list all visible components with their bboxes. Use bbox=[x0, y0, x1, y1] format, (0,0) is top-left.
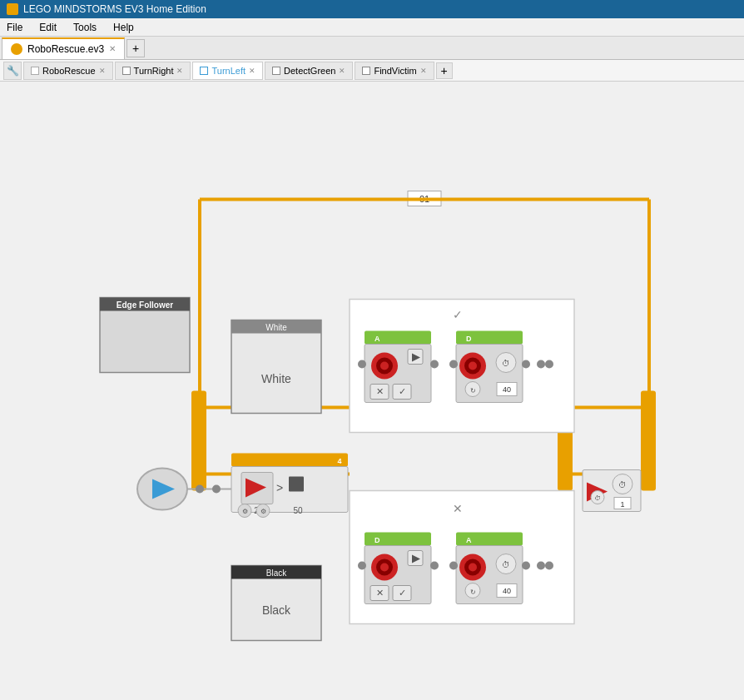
svg-rect-10 bbox=[641, 391, 656, 491]
svg-text:1: 1 bbox=[620, 500, 624, 509]
sub-tab-icon-4 bbox=[362, 67, 370, 75]
black-label: Black bbox=[266, 568, 287, 578]
svg-text:A: A bbox=[374, 335, 380, 343]
svg-text:50: 50 bbox=[293, 506, 303, 515]
svg-text:✓: ✓ bbox=[399, 386, 406, 396]
svg-point-58 bbox=[430, 562, 439, 570]
svg-point-43 bbox=[537, 360, 545, 369]
canvas-area[interactable]: 01 ✓ ✕ bbox=[0, 82, 744, 700]
svg-text:⏱: ⏱ bbox=[594, 494, 601, 502]
sub-tab-close-3[interactable]: ✕ bbox=[339, 67, 345, 75]
svg-point-36 bbox=[469, 362, 477, 370]
svg-text:⚙: ⚙ bbox=[242, 508, 248, 515]
new-file-tab-button[interactable]: + bbox=[126, 39, 145, 57]
menu-bar: File Edit Tools Help bbox=[0, 18, 744, 37]
svg-text:✓: ✓ bbox=[399, 588, 406, 598]
svg-rect-81 bbox=[289, 477, 304, 492]
svg-point-92 bbox=[212, 485, 221, 494]
program-canvas: 01 ✓ ✕ bbox=[0, 82, 744, 700]
file-tab-label: RoboRescue.ev3 bbox=[27, 43, 104, 55]
sub-tab-icon-0 bbox=[31, 67, 39, 75]
svg-point-72 bbox=[522, 562, 530, 570]
sub-tab-bar: 🔧 RoboRescue ✕ TurnRight ✕ TurnLeft ✕ De… bbox=[0, 60, 744, 82]
svg-point-52 bbox=[380, 563, 389, 572]
file-tab-bar: RoboRescue.ev3 ✕ + bbox=[0, 37, 744, 60]
svg-point-74 bbox=[545, 562, 553, 570]
sub-tab-icon-2 bbox=[200, 67, 208, 75]
add-sub-tab-button[interactable]: + bbox=[436, 62, 453, 79]
svg-text:✕: ✕ bbox=[376, 386, 384, 396]
sub-tab-detectgreen[interactable]: DetectGreen ✕ bbox=[265, 62, 353, 80]
svg-text:D: D bbox=[374, 536, 380, 544]
svg-point-44 bbox=[545, 360, 553, 369]
svg-text:40: 40 bbox=[503, 587, 511, 595]
svg-text:↻: ↻ bbox=[470, 588, 476, 596]
edge-follower-label: Edge Follower bbox=[117, 300, 173, 310]
sub-tab-roborescue[interactable]: RoboRescue ✕ bbox=[23, 62, 113, 80]
sub-tab-close-0[interactable]: ✕ bbox=[99, 67, 106, 75]
tools-icon-button[interactable]: 🔧 bbox=[3, 62, 22, 80]
title-text: LEGO MINDSTORMS EV3 Home Edition bbox=[23, 3, 206, 15]
svg-point-57 bbox=[358, 562, 366, 570]
svg-text:✕: ✕ bbox=[453, 502, 463, 515]
file-tab-close[interactable]: ✕ bbox=[109, 44, 116, 53]
svg-point-91 bbox=[196, 485, 204, 494]
white-label: White bbox=[265, 323, 287, 332]
black-value: Black bbox=[262, 603, 291, 617]
sub-tab-label-0: RoboRescue bbox=[42, 66, 96, 76]
sub-tab-close-2[interactable]: ✕ bbox=[249, 67, 255, 75]
svg-point-66 bbox=[469, 563, 477, 572]
title-bar: LEGO MINDSTORMS EV3 Home Edition bbox=[0, 0, 744, 18]
sub-tab-label-2: TurnLeft bbox=[211, 66, 246, 76]
svg-text:⏱: ⏱ bbox=[502, 560, 510, 569]
app-container: LEGO MINDSTORMS EV3 Home Edition File Ed… bbox=[0, 0, 744, 700]
svg-text:⚙: ⚙ bbox=[260, 508, 266, 515]
menu-tools[interactable]: Tools bbox=[70, 20, 100, 35]
svg-point-42 bbox=[522, 360, 530, 369]
sub-tab-label-4: FindVictim bbox=[374, 66, 416, 76]
sub-tab-label-1: TurnRight bbox=[134, 66, 174, 76]
sub-tab-turnleft[interactable]: TurnLeft ✕ bbox=[192, 62, 263, 80]
svg-text:D: D bbox=[466, 335, 472, 343]
sub-tab-close-1[interactable]: ✕ bbox=[176, 67, 183, 75]
svg-rect-75 bbox=[231, 454, 348, 467]
sub-tab-findvictim[interactable]: FindVictim ✕ bbox=[355, 62, 434, 80]
svg-text:✓: ✓ bbox=[453, 308, 463, 321]
svg-text:✕: ✕ bbox=[376, 588, 384, 598]
app-icon bbox=[7, 3, 18, 15]
sub-tab-label-3: DetectGreen bbox=[284, 66, 335, 76]
svg-point-28 bbox=[430, 360, 439, 369]
menu-help[interactable]: Help bbox=[110, 20, 137, 35]
file-tab-roborescue[interactable]: RoboRescue.ev3 ✕ bbox=[2, 37, 125, 59]
svg-point-27 bbox=[358, 360, 366, 369]
menu-edit[interactable]: Edit bbox=[36, 20, 60, 35]
svg-rect-103 bbox=[231, 320, 321, 414]
svg-text:↻: ↻ bbox=[470, 387, 476, 395]
sub-tab-close-4[interactable]: ✕ bbox=[420, 67, 427, 75]
tab-ev3-icon bbox=[11, 43, 22, 55]
sub-tab-turnright[interactable]: TurnRight ✕ bbox=[115, 62, 191, 80]
sub-tab-icon-3 bbox=[272, 67, 280, 75]
svg-point-71 bbox=[449, 562, 458, 570]
svg-text:4: 4 bbox=[337, 457, 341, 465]
white-value: White bbox=[261, 372, 291, 385]
svg-point-22 bbox=[380, 362, 389, 370]
svg-text:40: 40 bbox=[503, 385, 511, 394]
svg-point-41 bbox=[449, 360, 458, 369]
svg-text:⏱: ⏱ bbox=[618, 480, 627, 489]
svg-text:⏱: ⏱ bbox=[502, 359, 510, 368]
svg-text:A: A bbox=[466, 536, 472, 544]
svg-text:>: > bbox=[276, 481, 283, 494]
sub-tab-icon-1 bbox=[122, 67, 131, 75]
menu-file[interactable]: File bbox=[3, 20, 26, 35]
svg-point-73 bbox=[537, 562, 545, 570]
